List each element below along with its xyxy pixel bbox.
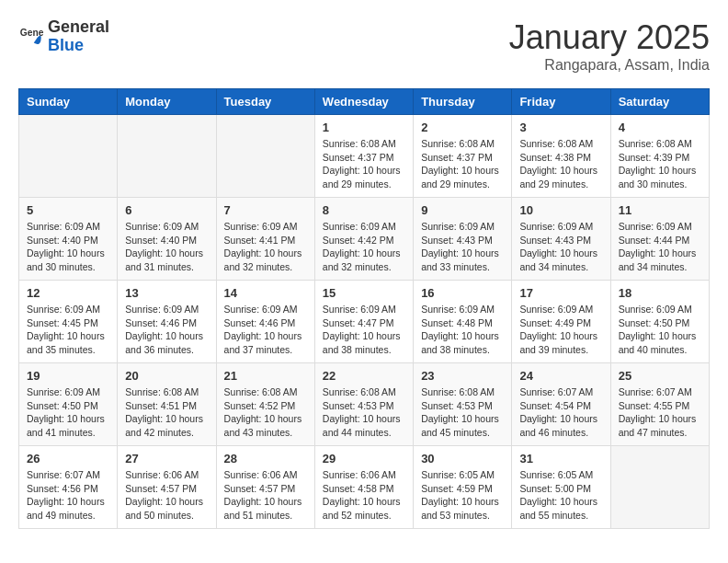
calendar-cell: 5Sunrise: 6:09 AM Sunset: 4:40 PM Daylig… bbox=[19, 198, 118, 281]
day-info: Sunrise: 6:08 AM Sunset: 4:53 PM Dayligh… bbox=[421, 385, 504, 440]
calendar-cell bbox=[610, 446, 709, 529]
day-info: Sunrise: 6:09 AM Sunset: 4:47 PM Dayligh… bbox=[323, 303, 405, 357]
day-number: 14 bbox=[224, 286, 307, 300]
day-number: 28 bbox=[224, 452, 307, 465]
day-number: 2 bbox=[421, 121, 504, 134]
day-info: Sunrise: 6:09 AM Sunset: 4:46 PM Dayligh… bbox=[224, 303, 307, 357]
calendar-cell: 11Sunrise: 6:09 AM Sunset: 4:44 PM Dayli… bbox=[610, 198, 709, 281]
calendar-cell: 26Sunrise: 6:07 AM Sunset: 4:56 PM Dayli… bbox=[19, 446, 118, 529]
day-info: Sunrise: 6:09 AM Sunset: 4:48 PM Dayligh… bbox=[421, 303, 504, 357]
day-number: 16 bbox=[421, 286, 504, 300]
logo: General General Blue bbox=[18, 18, 109, 55]
day-number: 27 bbox=[125, 452, 208, 465]
day-info: Sunrise: 6:08 AM Sunset: 4:51 PM Dayligh… bbox=[125, 385, 208, 440]
day-info: Sunrise: 6:09 AM Sunset: 4:50 PM Dayligh… bbox=[27, 385, 109, 440]
day-header-saturday: Saturday bbox=[610, 89, 709, 115]
day-number: 20 bbox=[125, 369, 208, 383]
day-number: 12 bbox=[27, 286, 109, 300]
day-number: 4 bbox=[619, 121, 701, 134]
day-info: Sunrise: 6:08 AM Sunset: 4:39 PM Dayligh… bbox=[619, 137, 701, 191]
calendar-cell: 30Sunrise: 6:05 AM Sunset: 4:59 PM Dayli… bbox=[414, 446, 512, 529]
day-info: Sunrise: 6:09 AM Sunset: 4:40 PM Dayligh… bbox=[27, 220, 109, 274]
day-header-monday: Monday bbox=[118, 89, 216, 115]
calendar-cell: 2Sunrise: 6:08 AM Sunset: 4:37 PM Daylig… bbox=[414, 115, 512, 198]
calendar-cell: 27Sunrise: 6:06 AM Sunset: 4:57 PM Dayli… bbox=[118, 446, 216, 529]
day-info: Sunrise: 6:09 AM Sunset: 4:42 PM Dayligh… bbox=[323, 220, 405, 274]
calendar-cell: 16Sunrise: 6:09 AM Sunset: 4:48 PM Dayli… bbox=[414, 281, 512, 363]
day-number: 23 bbox=[421, 369, 504, 383]
calendar-cell: 4Sunrise: 6:08 AM Sunset: 4:39 PM Daylig… bbox=[610, 115, 709, 198]
day-info: Sunrise: 6:09 AM Sunset: 4:50 PM Dayligh… bbox=[619, 303, 701, 357]
day-number: 30 bbox=[421, 452, 504, 465]
day-header-thursday: Thursday bbox=[414, 89, 512, 115]
calendar-week-row: 5Sunrise: 6:09 AM Sunset: 4:40 PM Daylig… bbox=[19, 198, 710, 281]
calendar-cell: 23Sunrise: 6:08 AM Sunset: 4:53 PM Dayli… bbox=[414, 363, 512, 446]
calendar-cell bbox=[216, 115, 314, 198]
calendar-cell: 13Sunrise: 6:09 AM Sunset: 4:46 PM Dayli… bbox=[118, 281, 216, 363]
calendar-cell: 19Sunrise: 6:09 AM Sunset: 4:50 PM Dayli… bbox=[19, 363, 118, 446]
day-number: 5 bbox=[27, 203, 109, 217]
day-number: 29 bbox=[323, 452, 405, 465]
calendar-cell bbox=[19, 115, 118, 198]
calendar-cell: 10Sunrise: 6:09 AM Sunset: 4:43 PM Dayli… bbox=[512, 198, 610, 281]
calendar-cell: 20Sunrise: 6:08 AM Sunset: 4:51 PM Dayli… bbox=[118, 363, 216, 446]
day-number: 13 bbox=[125, 286, 208, 300]
day-number: 19 bbox=[27, 369, 109, 383]
day-header-wednesday: Wednesday bbox=[314, 89, 413, 115]
day-info: Sunrise: 6:06 AM Sunset: 4:57 PM Dayligh… bbox=[125, 468, 208, 523]
calendar-cell: 25Sunrise: 6:07 AM Sunset: 4:55 PM Dayli… bbox=[610, 363, 709, 446]
calendar-cell: 22Sunrise: 6:08 AM Sunset: 4:53 PM Dayli… bbox=[314, 363, 413, 446]
day-number: 3 bbox=[519, 121, 602, 134]
day-number: 6 bbox=[125, 203, 208, 217]
day-info: Sunrise: 6:07 AM Sunset: 4:56 PM Dayligh… bbox=[27, 468, 109, 523]
day-info: Sunrise: 6:08 AM Sunset: 4:53 PM Dayligh… bbox=[323, 385, 405, 440]
day-number: 9 bbox=[421, 203, 504, 217]
calendar-subtitle: Rangapara, Assam, India bbox=[509, 57, 710, 74]
day-info: Sunrise: 6:08 AM Sunset: 4:38 PM Dayligh… bbox=[519, 137, 602, 191]
day-info: Sunrise: 6:09 AM Sunset: 4:49 PM Dayligh… bbox=[519, 303, 602, 357]
day-number: 31 bbox=[519, 452, 602, 465]
day-number: 24 bbox=[519, 369, 602, 383]
calendar-title: January 2025 bbox=[509, 18, 710, 57]
day-number: 22 bbox=[323, 369, 405, 383]
day-info: Sunrise: 6:08 AM Sunset: 4:52 PM Dayligh… bbox=[224, 385, 307, 440]
calendar-cell: 14Sunrise: 6:09 AM Sunset: 4:46 PM Dayli… bbox=[216, 281, 314, 363]
calendar-cell: 3Sunrise: 6:08 AM Sunset: 4:38 PM Daylig… bbox=[512, 115, 610, 198]
calendar-header-row: SundayMondayTuesdayWednesdayThursdayFrid… bbox=[19, 89, 710, 115]
day-info: Sunrise: 6:08 AM Sunset: 4:37 PM Dayligh… bbox=[421, 137, 504, 191]
logo-blue: Blue bbox=[48, 37, 109, 55]
day-number: 17 bbox=[519, 286, 602, 300]
day-info: Sunrise: 6:09 AM Sunset: 4:41 PM Dayligh… bbox=[224, 220, 307, 274]
calendar-cell: 28Sunrise: 6:06 AM Sunset: 4:57 PM Dayli… bbox=[216, 446, 314, 529]
day-number: 10 bbox=[519, 203, 602, 217]
logo-text: General Blue bbox=[48, 18, 109, 55]
calendar-cell bbox=[118, 115, 216, 198]
day-header-sunday: Sunday bbox=[19, 89, 118, 115]
calendar-cell: 12Sunrise: 6:09 AM Sunset: 4:45 PM Dayli… bbox=[19, 281, 118, 363]
calendar-cell: 18Sunrise: 6:09 AM Sunset: 4:50 PM Dayli… bbox=[610, 281, 709, 363]
calendar-cell: 9Sunrise: 6:09 AM Sunset: 4:43 PM Daylig… bbox=[414, 198, 512, 281]
day-number: 8 bbox=[323, 203, 405, 217]
calendar-cell: 6Sunrise: 6:09 AM Sunset: 4:40 PM Daylig… bbox=[118, 198, 216, 281]
day-info: Sunrise: 6:09 AM Sunset: 4:45 PM Dayligh… bbox=[27, 303, 109, 357]
calendar-cell: 29Sunrise: 6:06 AM Sunset: 4:58 PM Dayli… bbox=[314, 446, 413, 529]
calendar-cell: 31Sunrise: 6:05 AM Sunset: 5:00 PM Dayli… bbox=[512, 446, 610, 529]
day-number: 18 bbox=[619, 286, 701, 300]
day-info: Sunrise: 6:07 AM Sunset: 4:55 PM Dayligh… bbox=[619, 385, 701, 440]
calendar-cell: 17Sunrise: 6:09 AM Sunset: 4:49 PM Dayli… bbox=[512, 281, 610, 363]
title-block: January 2025 Rangapara, Assam, India bbox=[509, 18, 710, 74]
day-number: 7 bbox=[224, 203, 307, 217]
day-header-friday: Friday bbox=[512, 89, 610, 115]
day-info: Sunrise: 6:05 AM Sunset: 4:59 PM Dayligh… bbox=[421, 468, 504, 523]
logo-icon: General bbox=[18, 24, 44, 50]
day-info: Sunrise: 6:09 AM Sunset: 4:46 PM Dayligh… bbox=[125, 303, 208, 357]
calendar-cell: 8Sunrise: 6:09 AM Sunset: 4:42 PM Daylig… bbox=[314, 198, 413, 281]
day-number: 1 bbox=[323, 121, 405, 134]
day-info: Sunrise: 6:06 AM Sunset: 4:57 PM Dayligh… bbox=[224, 468, 307, 523]
calendar-week-row: 26Sunrise: 6:07 AM Sunset: 4:56 PM Dayli… bbox=[19, 446, 710, 529]
day-info: Sunrise: 6:09 AM Sunset: 4:43 PM Dayligh… bbox=[421, 220, 504, 274]
day-info: Sunrise: 6:09 AM Sunset: 4:43 PM Dayligh… bbox=[519, 220, 602, 274]
logo-general: General bbox=[48, 18, 109, 37]
day-info: Sunrise: 6:06 AM Sunset: 4:58 PM Dayligh… bbox=[323, 468, 405, 523]
day-info: Sunrise: 6:05 AM Sunset: 5:00 PM Dayligh… bbox=[519, 468, 602, 523]
